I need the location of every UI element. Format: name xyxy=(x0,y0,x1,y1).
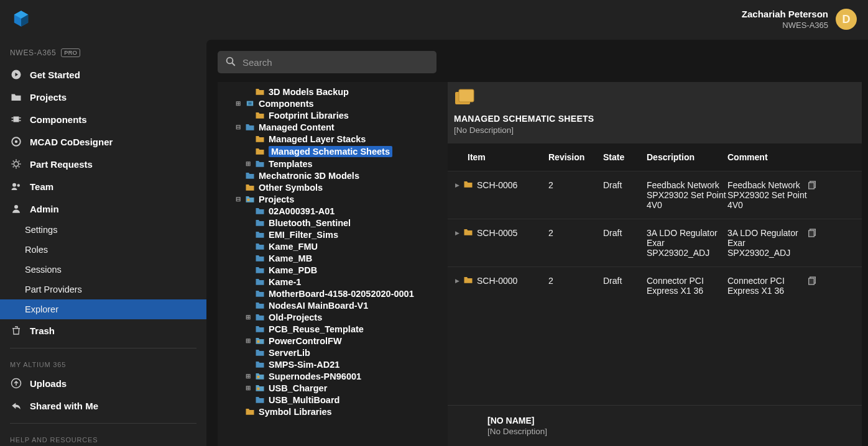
expander-icon[interactable] xyxy=(245,243,251,250)
user-block[interactable]: Zachariah Peterson NWES-A365 D xyxy=(742,9,857,30)
nav-settings[interactable]: Settings xyxy=(0,220,206,240)
nav-explorer[interactable]: Explorer xyxy=(0,299,206,319)
nav-uploads[interactable]: Uploads xyxy=(0,372,206,394)
nav-mcad-codesigner[interactable]: MCAD CoDesigner xyxy=(0,130,206,153)
tree-node[interactable]: Footprint Libraries xyxy=(218,109,448,121)
nav-part-providers[interactable]: Part Providers xyxy=(0,280,206,299)
expander-icon[interactable] xyxy=(235,184,241,191)
folder-icon xyxy=(255,360,265,369)
expander-icon[interactable]: ⊟ xyxy=(235,196,241,203)
tree-node[interactable]: Kame_PDB xyxy=(218,264,448,276)
tree-node[interactable]: EMI_Filter_Sims xyxy=(218,229,448,240)
search-box[interactable] xyxy=(218,51,436,73)
expander-icon[interactable] xyxy=(245,266,251,273)
tree-node[interactable]: ⊞Templates xyxy=(218,158,448,170)
tree-node[interactable]: ⊞Old-Projects xyxy=(218,311,448,323)
nav-get-started[interactable]: Get Started xyxy=(0,63,206,86)
tree-node[interactable]: ⊞Supernodes-PN96001 xyxy=(218,370,448,382)
tree-label: PCB_Reuse_Template xyxy=(269,324,364,334)
row-expander-icon[interactable]: ▶ xyxy=(455,278,459,284)
tree-node[interactable]: 02A000391-A01 xyxy=(218,205,448,217)
expander-icon[interactable] xyxy=(245,278,251,285)
expander-icon[interactable] xyxy=(245,396,251,403)
tree-node[interactable]: SMPS-Sim-AD21 xyxy=(218,358,448,370)
expander-icon[interactable] xyxy=(245,349,251,356)
cell-revision: 2 xyxy=(548,276,603,286)
tree-node[interactable]: ⊞Components xyxy=(218,98,448,109)
search-input[interactable] xyxy=(242,57,429,68)
tree-node[interactable]: Managed Layer Stacks xyxy=(218,133,448,145)
col-description[interactable]: Description xyxy=(647,152,727,162)
tree-node[interactable]: USB_MultiBoard xyxy=(218,394,448,406)
row-expander-icon[interactable]: ▶ xyxy=(455,230,459,236)
expander-icon[interactable] xyxy=(245,135,251,142)
tree-node[interactable]: Kame_MB xyxy=(218,252,448,264)
svg-rect-21 xyxy=(247,198,249,201)
tree-node[interactable]: Symbol Libraries xyxy=(218,406,448,417)
avatar[interactable]: D xyxy=(836,9,857,30)
row-expander-icon[interactable]: ▶ xyxy=(455,182,459,188)
app-logo[interactable] xyxy=(11,9,31,30)
expander-icon[interactable]: ⊞ xyxy=(245,385,251,391)
tree-node[interactable]: ⊞USB_Charger xyxy=(218,382,448,394)
expander-icon[interactable] xyxy=(245,88,251,95)
nav-projects[interactable]: Projects xyxy=(0,86,206,108)
tree-node[interactable]: Kame_FMU xyxy=(218,240,448,252)
nav-trash[interactable]: Trash xyxy=(0,319,206,342)
tree-node[interactable]: Other Symbols xyxy=(218,181,448,193)
tree-node[interactable]: Bluetooth_Sentinel xyxy=(218,217,448,229)
expander-icon[interactable]: ⊞ xyxy=(245,337,251,344)
expander-icon[interactable] xyxy=(235,408,241,415)
tree-node[interactable]: ⊟Projects xyxy=(218,193,448,205)
nav-team[interactable]: Team xyxy=(0,175,206,198)
table-row[interactable]: ▶SCH-00062DraftFeedback Network SPX29302… xyxy=(448,171,862,219)
expander-icon[interactable] xyxy=(235,172,241,179)
expander-icon[interactable]: ⊞ xyxy=(245,314,251,321)
nav-shared-with-me[interactable]: Shared with Me xyxy=(0,394,206,417)
expander-icon[interactable] xyxy=(245,207,251,214)
expander-icon[interactable] xyxy=(245,231,251,238)
tree-node[interactable]: ⊟Managed Content xyxy=(218,121,448,133)
nav-part-requests[interactable]: Part Requests xyxy=(0,153,206,175)
expander-icon[interactable] xyxy=(245,325,251,332)
expander-icon[interactable] xyxy=(245,302,251,309)
tree-node[interactable]: ServerLib xyxy=(218,347,448,358)
expander-icon[interactable] xyxy=(245,219,251,226)
col-state[interactable]: State xyxy=(603,152,647,162)
tree-node[interactable]: ⊞PowerControlFW xyxy=(218,335,448,347)
nav-roles[interactable]: Roles xyxy=(0,240,206,260)
expander-icon[interactable]: ⊟ xyxy=(235,124,241,130)
tree-node[interactable]: Managed Schematic Sheets xyxy=(218,145,448,158)
col-revision[interactable]: Revision xyxy=(548,152,603,162)
tree-label: EMI_Filter_Sims xyxy=(269,230,338,240)
tree-node[interactable]: Mechatronic 3D Models xyxy=(218,170,448,181)
expander-icon[interactable] xyxy=(245,361,251,368)
tree-node[interactable]: MotherBoard-4158-02052020-0001 xyxy=(218,288,448,299)
expander-icon[interactable] xyxy=(245,148,251,155)
tree-node[interactable]: NodesAI MainBoard-V1 xyxy=(218,299,448,311)
expander-icon[interactable]: ⊞ xyxy=(245,160,251,167)
nav-sessions[interactable]: Sessions xyxy=(0,260,206,280)
tree-label: MotherBoard-4158-02052020-0001 xyxy=(269,289,414,299)
copy-icon[interactable] xyxy=(807,276,817,286)
tree-label: Kame_FMU xyxy=(269,242,318,252)
expander-icon[interactable] xyxy=(245,255,251,262)
svg-rect-23 xyxy=(257,375,259,378)
table-row[interactable]: ▶SCH-00052Draft3A LDO Regulator Exar SPX… xyxy=(448,219,862,266)
col-item[interactable]: Item xyxy=(455,152,548,162)
expander-icon[interactable] xyxy=(245,112,251,119)
copy-icon[interactable] xyxy=(807,228,817,238)
table-row[interactable]: ▶SCH-00002DraftConnector PCI Express X1 … xyxy=(448,266,862,304)
tree-node[interactable]: PCB_Reuse_Template xyxy=(218,323,448,335)
expander-icon[interactable]: ⊞ xyxy=(245,373,251,380)
nav-components[interactable]: Components xyxy=(0,108,206,130)
expander-icon[interactable] xyxy=(245,290,251,297)
expander-icon[interactable]: ⊞ xyxy=(235,100,241,107)
nav-label: Sessions xyxy=(25,265,62,275)
tree-node[interactable]: 3D Models Backup xyxy=(218,86,448,98)
copy-icon[interactable] xyxy=(807,180,817,190)
col-comment[interactable]: Comment xyxy=(727,152,807,162)
tree-node[interactable]: Kame-1 xyxy=(218,276,448,288)
nav-admin[interactable]: Admin xyxy=(0,198,206,220)
explorer-tree[interactable]: 3D Models Backup⊞Components Footprint Li… xyxy=(218,82,448,446)
